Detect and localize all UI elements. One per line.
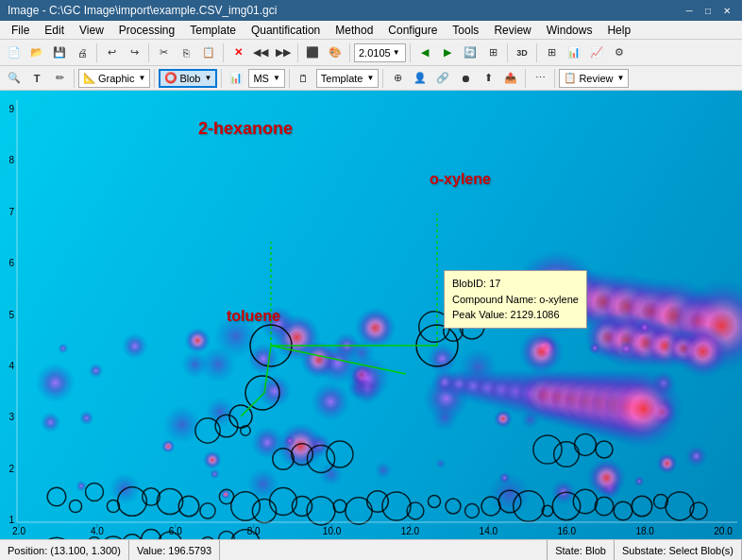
color-btn[interactable]: 🎨	[325, 42, 346, 63]
menu-item-template[interactable]: Template	[182, 22, 244, 39]
quant-d[interactable]: ⏺	[455, 68, 476, 89]
ms-group[interactable]: MS ▼	[248, 69, 284, 88]
window-title: Image - C:\GC Image\import\example.CSV_i…	[8, 4, 682, 17]
graphic-group[interactable]: 📐 Graphic ▼	[78, 69, 150, 88]
menu-item-file[interactable]: File	[4, 22, 37, 39]
copy-button[interactable]: ⎘	[176, 42, 196, 63]
state-cell: State: Blob	[548, 540, 615, 560]
value-value: 196.5793	[168, 545, 211, 556]
plot-canvas[interactable]	[0, 91, 742, 539]
position-value: (13.100, 1.300)	[50, 545, 121, 556]
ms-label: MS	[253, 73, 269, 84]
template-icon[interactable]: 🗒	[294, 68, 314, 89]
menu-item-method[interactable]: Method	[328, 22, 380, 39]
substate-value: Select Blob(s)	[669, 545, 734, 556]
tools-b[interactable]: 📊	[564, 42, 584, 63]
blob-label: Blob	[179, 73, 200, 84]
menu-item-help[interactable]: Help	[599, 22, 638, 39]
menu-item-processing[interactable]: Processing	[111, 22, 182, 39]
quant-a[interactable]: ⊕	[387, 68, 408, 89]
tools-a[interactable]: ⊞	[541, 42, 562, 63]
main-area: 2-hexanone toluene o-xylene BlobID: 17 C…	[0, 91, 742, 539]
graphic-label: Graphic	[98, 73, 135, 84]
tools-c[interactable]: 📈	[586, 42, 607, 63]
zoom-dropdown[interactable]: 2.0105 ▼	[354, 43, 406, 62]
draw-button[interactable]: ✏	[49, 68, 70, 89]
sep-t4	[289, 69, 290, 88]
separator-8	[536, 43, 537, 62]
state-value: Blob	[585, 545, 606, 556]
reset-button[interactable]: 🔄	[460, 42, 481, 63]
paste-button[interactable]: 📋	[198, 42, 219, 63]
open-button[interactable]: 📂	[26, 42, 47, 63]
position-label: Position:	[8, 545, 47, 556]
value-label: Value:	[137, 545, 165, 556]
select-btn[interactable]: ⬛	[302, 42, 323, 63]
back-button[interactable]: ◀◀	[250, 42, 271, 63]
nav-left-button[interactable]: ◀	[414, 42, 435, 63]
status-bar: Position: (13.100, 1.300) Value: 196.579…	[0, 539, 742, 560]
review-group[interactable]: 📋 Review ▼	[559, 69, 629, 88]
sep-t5	[382, 69, 383, 88]
graphic-icon: 📐	[83, 72, 96, 84]
menu-item-configure[interactable]: Configure	[380, 22, 445, 39]
sep-t2	[154, 69, 155, 88]
dots-btn[interactable]: ⋯	[530, 68, 550, 89]
separator-2	[148, 43, 149, 62]
menu-bar: FileEditViewProcessingTemplateQuantifica…	[0, 21, 742, 40]
separator-7	[507, 43, 508, 62]
sep-t1	[74, 69, 75, 88]
substate-label: Substate:	[622, 545, 666, 556]
search-button[interactable]: 🔍	[4, 68, 25, 89]
close-button[interactable]: ✕	[719, 3, 734, 18]
print-button[interactable]: 🖨	[72, 42, 93, 63]
empty-cell	[220, 540, 548, 560]
undo-button[interactable]: ↩	[101, 42, 122, 63]
menu-item-tools[interactable]: Tools	[445, 22, 486, 39]
quant-b[interactable]: 👤	[410, 68, 430, 89]
separator-4	[297, 43, 298, 62]
separator-6	[410, 43, 411, 62]
separator-3	[223, 43, 224, 62]
separator-5	[349, 43, 350, 62]
sep-t3	[221, 69, 222, 88]
nav-right-button[interactable]: ▶	[437, 42, 458, 63]
position-cell: Position: (13.100, 1.300)	[0, 540, 129, 560]
menu-item-view[interactable]: View	[72, 22, 111, 39]
menu-item-review[interactable]: Review	[486, 22, 538, 39]
chart-button[interactable]: 📊	[226, 68, 246, 89]
blob-icon: ⭕	[164, 72, 177, 84]
separator-1	[96, 43, 97, 62]
maximize-button[interactable]: □	[700, 3, 716, 18]
tools-d[interactable]: ⚙	[609, 42, 630, 63]
redo-button[interactable]: ↪	[124, 42, 144, 63]
state-label: State:	[555, 545, 582, 556]
new-button[interactable]: 📄	[4, 42, 25, 63]
fwd-button[interactable]: ▶▶	[273, 42, 294, 63]
menu-item-quantification[interactable]: Quantification	[244, 22, 328, 39]
chart-area[interactable]: 2-hexanone toluene o-xylene BlobID: 17 C…	[0, 91, 742, 539]
template-label: Template	[321, 73, 363, 84]
zoom-fit-button[interactable]: ⊞	[482, 42, 503, 63]
template-group[interactable]: Template ▼	[316, 69, 379, 88]
toolbar-1: 📄 📂 💾 🖨 ↩ ↪ ✂ ⎘ 📋 ✕ ◀◀ ▶▶ ⬛ 🎨 2.0105 ▼ ◀…	[0, 40, 742, 66]
menu-item-edit[interactable]: Edit	[37, 22, 72, 39]
cut-button[interactable]: ✂	[153, 42, 174, 63]
del-button[interactable]: ✕	[228, 42, 248, 63]
quant-c[interactable]: 🔗	[432, 68, 453, 89]
title-bar: Image - C:\GC Image\import\example.CSV_i…	[0, 0, 742, 21]
quant-f[interactable]: 📤	[500, 68, 521, 89]
value-cell: Value: 196.5793	[129, 540, 220, 560]
menu-item-windows[interactable]: Windows	[539, 22, 600, 39]
toolbar-2: 🔍 T ✏ 📐 Graphic ▼ ⭕ Blob ▼ 📊 MS ▼ 🗒 Temp…	[0, 66, 742, 91]
3d-button[interactable]: 3D	[512, 42, 532, 63]
minimize-button[interactable]: ─	[682, 3, 697, 18]
quant-e[interactable]: ⬆	[478, 68, 498, 89]
review-icon: 📋	[564, 72, 577, 84]
review-label: Review	[579, 73, 613, 84]
sep-t6	[525, 69, 526, 88]
blob-group[interactable]: ⭕ Blob ▼	[159, 69, 217, 88]
sep-t7	[554, 69, 555, 88]
text-button[interactable]: T	[26, 68, 47, 89]
save-button[interactable]: 💾	[49, 42, 70, 63]
